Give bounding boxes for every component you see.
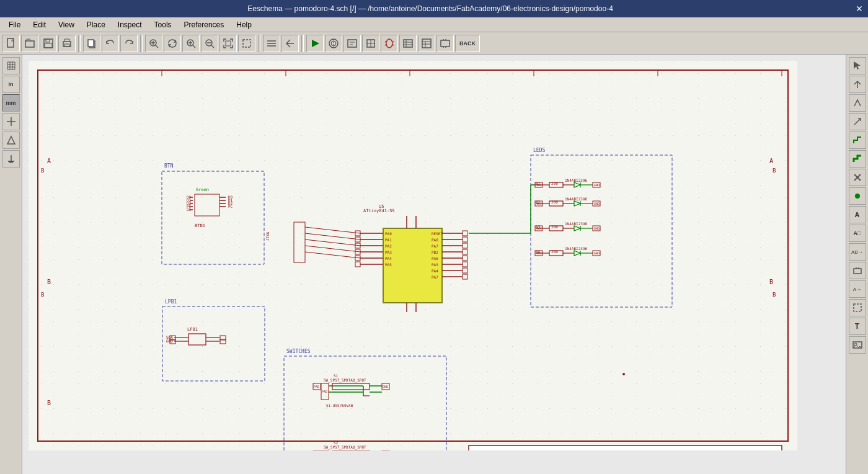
svg-text:B: B <box>769 279 773 285</box>
menu-preferences[interactable]: Preferences <box>178 19 231 30</box>
add-label[interactable]: A <box>849 206 866 223</box>
svg-text:1N4ABI2396: 1N4ABI2396 <box>565 246 588 251</box>
cursor-normal[interactable] <box>2 113 20 130</box>
svg-text:PC: PC <box>228 204 233 208</box>
add-symbol-button[interactable] <box>2 132 20 149</box>
add-junction[interactable] <box>849 187 866 205</box>
menu-inspect[interactable]: Inspect <box>112 19 148 30</box>
undo-button[interactable] <box>102 35 119 52</box>
close-button[interactable]: ✕ <box>856 4 863 14</box>
svg-text:B: B <box>41 292 44 298</box>
svg-line-10 <box>156 45 158 48</box>
add-global-label[interactable]: A□ <box>849 225 866 242</box>
svg-point-294 <box>855 194 860 199</box>
redo-button[interactable] <box>120 35 138 52</box>
annotate-button[interactable] <box>343 35 361 52</box>
edit-symbols-button[interactable] <box>362 35 379 52</box>
back-to-pcb-button[interactable]: BACK <box>455 35 480 52</box>
sch-field[interactable] <box>849 262 866 279</box>
new-button[interactable] <box>2 35 20 52</box>
svg-text:S2: S2 <box>334 440 339 445</box>
select-rect[interactable] <box>849 299 866 316</box>
menu-tools[interactable]: Tools <box>148 19 178 30</box>
menu-view[interactable]: View <box>52 19 81 30</box>
svg-rect-30 <box>348 40 356 47</box>
svg-text:B: B <box>41 168 44 174</box>
add-hier-label[interactable]: AD→ <box>849 243 866 261</box>
svg-marker-64 <box>7 136 15 144</box>
menu-file[interactable]: File <box>2 19 27 30</box>
svg-text:LPB1: LPB1 <box>165 299 177 305</box>
svg-text:PA4: PA4 <box>432 269 438 273</box>
net-highlight-button[interactable] <box>263 35 280 52</box>
tool-right1[interactable] <box>849 76 866 93</box>
add-text[interactable]: T <box>849 318 866 335</box>
toolbar-separator-1 <box>78 35 81 52</box>
tool-right2[interactable] <box>849 94 866 112</box>
svg-text:A: A <box>769 158 773 164</box>
svg-text:PA6: PA6 <box>432 238 438 242</box>
grid-toggle[interactable] <box>2 57 20 74</box>
canvas-area[interactable]: B B B B BTN Green D0 D1 D2 PC <box>22 55 846 474</box>
svg-text:GND: GND <box>594 251 600 255</box>
svg-text:LEDS: LEDS <box>533 148 545 153</box>
select-tool[interactable] <box>849 57 866 74</box>
netlist-button[interactable] <box>399 35 417 52</box>
svg-text:GND: GND <box>383 385 388 388</box>
zoom-selection-button[interactable] <box>238 35 255 52</box>
zoom-in-button[interactable] <box>182 35 200 52</box>
tool-right3[interactable] <box>849 113 866 130</box>
svg-text:JTAG: JTAG <box>265 231 270 241</box>
toolbar-separator-3 <box>258 35 260 52</box>
back-button[interactable] <box>281 35 299 52</box>
svg-text:GND: GND <box>594 183 600 187</box>
erc-button[interactable] <box>325 35 342 52</box>
svg-text:PA3: PA3 <box>385 250 392 254</box>
svg-text:S1: S1 <box>334 373 339 378</box>
svg-text:SWITCHES: SWITCHES <box>286 349 311 354</box>
zoom-refresh-button[interactable] <box>164 35 181 52</box>
svg-line-18 <box>211 45 214 48</box>
menu-bar: File Edit View Place Inspect Tools Prefe… <box>0 17 868 32</box>
right-sidebar: A A□ AD→ A→ T <box>846 55 868 474</box>
menu-place[interactable]: Place <box>81 19 112 30</box>
svg-text:LPB1: LPB1 <box>187 327 198 332</box>
draw-bus-tool[interactable] <box>849 150 866 168</box>
svg-text:VCC: VCC <box>536 183 542 187</box>
run-sim-button[interactable] <box>306 35 324 52</box>
save-button[interactable] <box>40 35 57 52</box>
zoom-out-button[interactable] <box>201 35 218 52</box>
add-image[interactable] <box>849 336 866 354</box>
svg-text:ATtiny841-SS: ATtiny841-SS <box>363 208 395 213</box>
svg-text:VCC: VCC <box>536 251 542 255</box>
svg-rect-21 <box>243 40 250 47</box>
copy-button[interactable] <box>83 35 100 52</box>
svg-rect-41 <box>404 40 412 47</box>
schematic-canvas[interactable]: B B B B BTN Green D0 D1 D2 PC <box>29 61 797 450</box>
svg-text:PAD: PAD <box>322 390 327 393</box>
toolbar-separator-4 <box>301 35 304 52</box>
menu-edit[interactable]: Edit <box>27 19 52 30</box>
bom-button[interactable] <box>418 35 435 52</box>
svg-text:GND: GND <box>594 202 600 205</box>
main-toolbar: BACK <box>0 32 868 55</box>
print-button[interactable] <box>58 35 76 52</box>
add-power-button[interactable] <box>2 150 20 168</box>
close-tool[interactable] <box>849 169 866 186</box>
no-erc[interactable]: A→ <box>849 280 866 298</box>
zoom-in-box-button[interactable] <box>145 35 162 52</box>
svg-text:BTN: BTN <box>164 163 174 169</box>
title-bar: Eeschema — pomodoro-4.sch [/] — /home/an… <box>0 0 868 17</box>
debug-button[interactable] <box>381 35 398 52</box>
pcb-button[interactable] <box>436 35 454 52</box>
svg-rect-1 <box>25 41 34 47</box>
svg-line-14 <box>193 45 195 48</box>
unit-inch-button[interactable]: in <box>2 76 20 93</box>
zoom-fit-button[interactable] <box>219 35 237 52</box>
menu-help[interactable]: Help <box>230 19 258 30</box>
open-button[interactable] <box>21 35 38 52</box>
svg-text:PA5: PA5 <box>432 262 438 267</box>
draw-wire-tool[interactable] <box>849 132 866 149</box>
unit-mm-button[interactable]: mm <box>2 94 20 112</box>
svg-rect-45 <box>422 39 431 48</box>
